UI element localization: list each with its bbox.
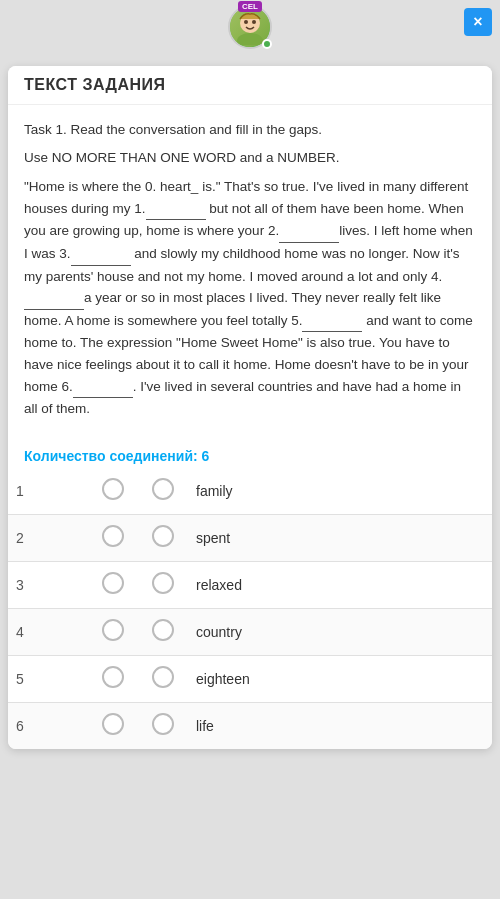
radio-left[interactable] [88,655,138,702]
close-button[interactable]: × [464,8,492,36]
table-row: 3 relaxed [8,561,492,608]
cel-badge: CEL [238,1,262,12]
radio-circle-left[interactable] [102,478,124,500]
table-row: 6 life [8,702,492,749]
table-row: 5 eighteen [8,655,492,702]
card-header: ТЕКСТ ЗАДАНИЯ [8,66,492,105]
row-word: family [188,468,492,515]
card-title: ТЕКСТ ЗАДАНИЯ [24,76,166,93]
row-word: life [188,702,492,749]
main-text: "Home is where the 0. heart_ is." That's… [24,176,476,420]
radio-left[interactable] [88,514,138,561]
table-row: 1 family [8,468,492,515]
avatar-container: CEL [228,5,272,49]
svg-point-2 [244,20,248,24]
radio-right[interactable] [138,468,188,515]
row-number: 4 [8,608,88,655]
radio-circle-left[interactable] [102,619,124,641]
table-row: 2 spent [8,514,492,561]
blank-2 [279,220,339,243]
radio-circle-right[interactable] [152,619,174,641]
radio-circle-right[interactable] [152,713,174,735]
blank-5 [302,310,362,333]
blank-4 [24,287,84,310]
radio-circle-left[interactable] [102,713,124,735]
blank-6 [73,376,133,399]
radio-right[interactable] [138,514,188,561]
radio-circle-right[interactable] [152,572,174,594]
radio-circle-right[interactable] [152,478,174,500]
radio-circle-right[interactable] [152,666,174,688]
radio-right[interactable] [138,608,188,655]
radio-left[interactable] [88,561,138,608]
radio-right[interactable] [138,702,188,749]
row-number: 3 [8,561,88,608]
radio-right[interactable] [138,561,188,608]
card-body: Task 1. Read the conversation and fill i… [8,105,492,440]
row-number: 2 [8,514,88,561]
instruction-line2: Use NO MORE THAN ONE WORD and a NUMBER. [24,147,476,169]
row-word: relaxed [188,561,492,608]
row-number: 6 [8,702,88,749]
top-bar: CEL × [0,0,500,30]
row-number: 5 [8,655,88,702]
radio-left[interactable] [88,608,138,655]
row-word: country [188,608,492,655]
online-indicator [262,39,272,49]
instruction-line1: Task 1. Read the conversation and fill i… [24,119,476,141]
radio-circle-left[interactable] [102,525,124,547]
row-word: spent [188,514,492,561]
svg-point-3 [252,20,256,24]
radio-circle-right[interactable] [152,525,174,547]
blank-1 [146,198,206,221]
main-card: ТЕКСТ ЗАДАНИЯ Task 1. Read the conversat… [8,66,492,749]
radio-left[interactable] [88,468,138,515]
radio-circle-left[interactable] [102,572,124,594]
svg-point-1 [237,33,263,45]
row-number: 1 [8,468,88,515]
matching-table: 1 family 2 spent 3 rel [8,468,492,749]
table-row: 4 country [8,608,492,655]
radio-left[interactable] [88,702,138,749]
radio-right[interactable] [138,655,188,702]
connections-label: Количество соединений: 6 [8,440,492,468]
radio-circle-left[interactable] [102,666,124,688]
row-word: eighteen [188,655,492,702]
blank-3 [71,243,131,266]
